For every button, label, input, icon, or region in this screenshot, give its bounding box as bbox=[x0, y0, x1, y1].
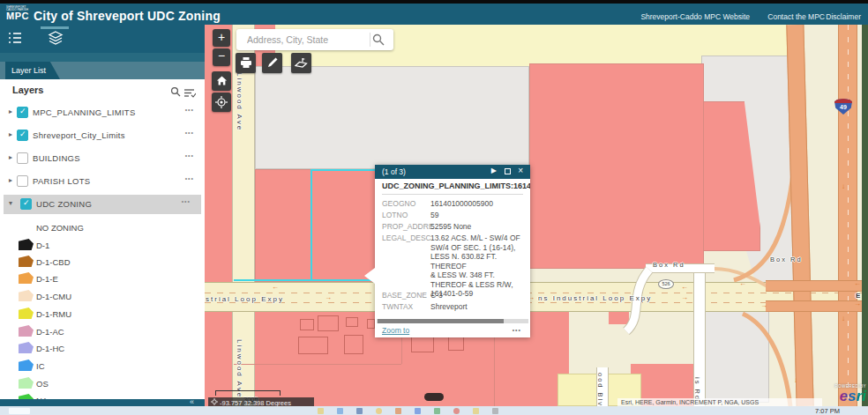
zoom-out-button[interactable]: − bbox=[213, 48, 230, 66]
popup-field-row: GEOGNO 161401000005900 bbox=[382, 199, 525, 209]
print-tool-button[interactable] bbox=[236, 53, 256, 73]
printer-icon bbox=[240, 56, 252, 71]
taskbar-icon[interactable] bbox=[492, 408, 498, 414]
legend-widget-button[interactable] bbox=[7, 30, 26, 49]
popup-header[interactable]: (1 of 3) ▶ × bbox=[375, 165, 530, 179]
home-icon bbox=[216, 74, 228, 89]
road-interchange bbox=[766, 300, 862, 312]
logo-main-text: MPC bbox=[6, 11, 29, 21]
expand-arrow-icon[interactable]: ▸ bbox=[9, 130, 12, 138]
layer-menu-button[interactable]: ••• bbox=[185, 130, 194, 136]
taskbar-icon[interactable] bbox=[415, 408, 421, 414]
taskbar-start-area[interactable] bbox=[9, 408, 30, 414]
legend-swatch bbox=[19, 221, 34, 233]
zone-polygon[interactable] bbox=[255, 66, 529, 169]
scrollbar-thumb[interactable] bbox=[378, 319, 504, 323]
taskbar-icon[interactable] bbox=[376, 408, 382, 414]
page-title: City of Shreveport UDC Zoning bbox=[34, 9, 221, 23]
map-canvas[interactable]: Linwood Ave Linwood Ave strial Loop Expy… bbox=[205, 25, 868, 406]
expand-arrow-icon[interactable]: ▸ bbox=[9, 153, 12, 161]
expand-arrow-icon[interactable]: ▸ bbox=[9, 176, 12, 184]
search-input[interactable] bbox=[236, 29, 369, 50]
pencil-icon bbox=[266, 56, 279, 71]
nav-link-mpc-website[interactable]: Shreveport-Caddo MPC Website bbox=[640, 12, 750, 21]
nav-link-contact[interactable]: Contact the MPC bbox=[767, 12, 825, 21]
legend-swatch bbox=[19, 377, 34, 389]
maximize-icon[interactable] bbox=[505, 168, 511, 174]
taskbar-icon[interactable] bbox=[473, 408, 479, 414]
zone-polygon[interactable] bbox=[704, 305, 769, 403]
locate-button[interactable] bbox=[212, 93, 231, 112]
layer-row-mpc-planning-limits[interactable]: ▸ ✓ MPC_PLANNING_LIMITS ••• bbox=[0, 103, 205, 122]
popup-field-row: PROP_ADDRE 52595 None bbox=[382, 222, 525, 232]
road-label-wood-blvd: ood Blvd bbox=[596, 373, 604, 406]
field-value: 161401000005900 bbox=[430, 199, 493, 209]
taskbar-icon[interactable] bbox=[395, 408, 401, 414]
layer-checkbox[interactable] bbox=[17, 152, 28, 164]
home-button[interactable] bbox=[212, 71, 231, 91]
locate-icon bbox=[215, 96, 228, 111]
layer-menu-button[interactable]: ••• bbox=[185, 107, 194, 113]
legend-swatch bbox=[19, 308, 34, 319]
taskbar-icon[interactable] bbox=[434, 408, 440, 414]
close-icon[interactable]: × bbox=[518, 166, 523, 175]
layer-row-buildings[interactable]: ▸ BUILDINGS ••• bbox=[0, 149, 205, 168]
popup-scrollbar[interactable] bbox=[377, 319, 528, 323]
legend-label: IC bbox=[36, 361, 45, 371]
building-footprint bbox=[318, 315, 339, 331]
zoom-in-button[interactable]: + bbox=[213, 29, 230, 47]
building-footprint bbox=[411, 335, 434, 352]
taskbar-icon[interactable] bbox=[318, 408, 324, 414]
layer-checkbox[interactable]: ✓ bbox=[17, 107, 28, 118]
taskbar-icon[interactable] bbox=[356, 408, 363, 414]
layer-list-widget-button[interactable] bbox=[48, 30, 67, 49]
legend-label: D-1-AC bbox=[36, 327, 64, 337]
panel-title: Layers bbox=[12, 85, 43, 95]
coordinates-readout: -93.757 32.398 Degrees bbox=[220, 399, 291, 406]
taskbar-icon[interactable] bbox=[337, 408, 343, 414]
layer-checkbox[interactable]: ✓ bbox=[17, 130, 28, 141]
field-value: Shreveport bbox=[430, 302, 468, 312]
layer-row-shreveport-city-limits[interactable]: ▸ ✓ Shreveport_City_Limits ••• bbox=[0, 126, 205, 145]
layer-menu-button[interactable]: ••• bbox=[185, 175, 194, 182]
address-search[interactable] bbox=[236, 29, 393, 50]
draw-tool-button[interactable] bbox=[262, 53, 282, 73]
layer-row-udc-zoning[interactable]: ▾ ✓ UDC ZONING ••• bbox=[4, 195, 201, 214]
layer-checkbox[interactable]: ✓ bbox=[20, 198, 32, 210]
crosshair-icon[interactable] bbox=[211, 398, 218, 406]
legend-list-icon bbox=[7, 33, 23, 48]
layer-label: PARISH LOTS bbox=[33, 176, 90, 186]
tab-layer-list[interactable]: Layer List bbox=[5, 62, 60, 79]
legend-swatch bbox=[19, 272, 34, 284]
building-footprint bbox=[298, 337, 328, 354]
next-feature-icon[interactable]: ▶ bbox=[491, 167, 497, 174]
search-button[interactable] bbox=[372, 33, 385, 49]
layer-row-parish-lots[interactable]: ▸ PARISH LOTS ••• bbox=[0, 172, 205, 191]
field-label: TWNTAX bbox=[382, 302, 430, 312]
measurement-tool-button[interactable] bbox=[291, 53, 311, 73]
coordinate-widget[interactable]: -93.757 32.398 Degrees bbox=[208, 397, 314, 406]
route-shield-526: 526 bbox=[658, 279, 674, 289]
layer-filter-icon[interactable] bbox=[184, 85, 196, 101]
layer-search-icon[interactable] bbox=[170, 85, 181, 100]
popup-menu-button[interactable]: ••• bbox=[513, 327, 521, 333]
zone-polygon[interactable] bbox=[529, 63, 704, 269]
layer-menu-button[interactable]: ••• bbox=[182, 198, 191, 204]
collapse-arrow-icon[interactable]: ▾ bbox=[9, 199, 12, 207]
legend-swatch bbox=[19, 239, 34, 250]
layer-menu-button[interactable]: ••• bbox=[185, 152, 194, 159]
legend-row: D-1-CMU bbox=[0, 289, 205, 303]
layer-checkbox[interactable] bbox=[17, 175, 28, 187]
road-label-box-rd-1: Box Rd bbox=[653, 261, 685, 269]
building-footprint bbox=[346, 317, 358, 327]
taskbar-icon[interactable] bbox=[453, 408, 460, 414]
panel-collapse-bar[interactable]: « bbox=[0, 399, 205, 406]
nav-link-disclaimer[interactable]: Disclaimer bbox=[826, 12, 861, 21]
zoom-to-link[interactable]: Zoom to bbox=[382, 326, 409, 335]
legend-row: D-1-CBD bbox=[0, 255, 205, 269]
legend-swatch bbox=[19, 256, 34, 267]
collapse-panel-icon[interactable]: « bbox=[190, 397, 194, 406]
expand-arrow-icon[interactable]: ▸ bbox=[9, 107, 12, 115]
legend-row: NA bbox=[0, 393, 205, 399]
taskbar-clock[interactable]: 7:07 PM bbox=[815, 407, 840, 415]
